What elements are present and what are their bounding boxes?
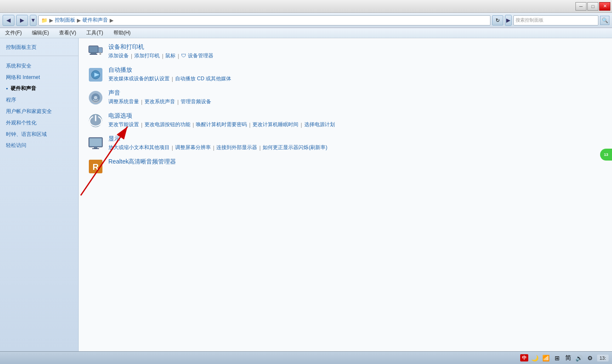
taskbar-cn-badge: 中 bbox=[520, 354, 528, 361]
menu-file[interactable]: 文件(F) bbox=[2, 28, 25, 37]
realtek-icon: R bbox=[87, 158, 104, 175]
dropdown-button[interactable]: ▼ bbox=[30, 15, 37, 26]
link-flicker[interactable]: 如何更正显示器闪烁(刷新率) bbox=[263, 144, 327, 151]
taskbar-network-icon[interactable]: 📶 bbox=[542, 354, 550, 362]
svg-rect-17 bbox=[92, 148, 99, 149]
devices-links: 添加设备 | 添加打印机 | 鼠标 | 🛡 设备管理器 bbox=[108, 52, 604, 59]
nav-extra-button[interactable]: ▶ bbox=[505, 15, 512, 26]
minimize-button[interactable]: ─ bbox=[575, 2, 586, 11]
svg-rect-0 bbox=[89, 46, 98, 53]
sidebar-item-users[interactable]: 用户帐户和家庭安全 bbox=[0, 106, 78, 117]
right-edge-indicator: 13 bbox=[600, 149, 612, 161]
category-sound: 声音 调整系统音量 | 更改系统声音 | 管理音频设备 bbox=[87, 89, 604, 106]
folder-icon: 📁 bbox=[41, 17, 48, 23]
sidebar-item-network[interactable]: 网络和 Internet bbox=[0, 72, 78, 83]
menu-help[interactable]: 帮助(H) bbox=[110, 28, 134, 37]
back-button[interactable]: ◀ bbox=[3, 15, 14, 26]
link-change-media-default[interactable]: 更改媒体或设备的默认设置 bbox=[108, 75, 170, 82]
taskbar-lang-icon[interactable]: 简 bbox=[564, 354, 572, 362]
devices-info: 设备和打印机 添加设备 | 添加打印机 | 鼠标 | 🛡 设备管理器 bbox=[108, 43, 604, 59]
breadcrumb-controlpanel[interactable]: 控制面板 bbox=[55, 17, 75, 24]
taskbar: 中 🌙 📶 ⊞ 简 🔊 ⚙ 13: bbox=[0, 351, 612, 364]
display-icon bbox=[87, 135, 104, 152]
svg-rect-3 bbox=[98, 48, 102, 53]
autoplay-title[interactable]: 自动播放 bbox=[108, 66, 604, 74]
link-external-display[interactable]: 连接到外部显示器 bbox=[216, 144, 257, 151]
breadcrumb-bar: 📁 ▶ 控制面板 ▶ 硬件和声音 ▶ bbox=[38, 15, 490, 25]
link-power-btn-fn[interactable]: 更改电源按钮的功能 bbox=[144, 121, 190, 128]
realtek-info: Realtek高清晰音频管理器 bbox=[108, 158, 604, 167]
search-button[interactable]: 🔍 bbox=[600, 16, 609, 25]
link-wakeup-password[interactable]: 唤醒计算机时需要密码 bbox=[196, 121, 247, 128]
menu-tools[interactable]: 工具(T) bbox=[83, 28, 106, 37]
taskbar-settings-icon[interactable]: ⚙ bbox=[586, 354, 595, 362]
breadcrumb-sep-1: ▶ bbox=[49, 17, 53, 23]
sidebar-item-accessibility[interactable]: 轻松访问 bbox=[0, 140, 78, 151]
category-autoplay: 自动播放 更改媒体或设备的默认设置 | 自动播放 CD 或其他媒体 bbox=[87, 66, 604, 83]
breadcrumb-hardware[interactable]: 硬件和声音 bbox=[82, 17, 108, 24]
autoplay-info: 自动播放 更改媒体或设备的默认设置 | 自动播放 CD 或其他媒体 bbox=[108, 66, 604, 82]
link-power-plan[interactable]: 选择电源计划 bbox=[304, 121, 335, 128]
category-realtek: R Realtek高清晰音频管理器 bbox=[87, 158, 604, 175]
link-add-printer[interactable]: 添加打印机 bbox=[134, 52, 160, 59]
link-manage-audio[interactable]: 管理音频设备 bbox=[181, 98, 211, 105]
link-text-size[interactable]: 放大或缩小文本和其他项目 bbox=[108, 144, 170, 151]
sound-icon bbox=[87, 89, 104, 106]
realtek-title[interactable]: Realtek高清晰音频管理器 bbox=[108, 158, 604, 166]
sidebar: 控制面板主页 系统和安全 网络和 Internet 硬件和声音 程序 用户帐户和… bbox=[0, 38, 79, 351]
taskbar-moon-icon[interactable]: 🌙 bbox=[531, 354, 539, 362]
devices-title[interactable]: 设备和打印机 bbox=[108, 43, 604, 51]
svg-rect-16 bbox=[94, 147, 97, 148]
devices-icon bbox=[87, 43, 104, 60]
taskbar-grid-icon[interactable]: ⊞ bbox=[553, 354, 561, 362]
autoplay-icon bbox=[87, 66, 104, 83]
svg-text:R: R bbox=[93, 162, 99, 172]
sidebar-item-home[interactable]: 控制面板主页 bbox=[0, 42, 78, 53]
taskbar-time: 13: bbox=[597, 355, 609, 361]
link-change-sound[interactable]: 更改系统声音 bbox=[144, 98, 175, 105]
display-title[interactable]: 显示 bbox=[108, 135, 604, 143]
link-autoplay-cd[interactable]: 自动播放 CD 或其他媒体 bbox=[175, 75, 231, 82]
taskbar-volume-icon[interactable]: 🔊 bbox=[575, 354, 584, 362]
link-sleep-time[interactable]: 更改计算机睡眠时间 bbox=[252, 121, 298, 128]
main-area: 控制面板主页 系统和安全 网络和 Internet 硬件和声音 程序 用户帐户和… bbox=[0, 38, 612, 351]
address-bar: ◀ ▶ ▼ 📁 ▶ 控制面板 ▶ 硬件和声音 ▶ ↻ ▶ 搜索控制面板 🔍 bbox=[0, 13, 612, 28]
breadcrumb-sep-2: ▶ bbox=[77, 17, 81, 23]
title-bar: ─ □ ✕ bbox=[0, 0, 612, 13]
autoplay-links: 更改媒体或设备的默认设置 | 自动播放 CD 或其他媒体 bbox=[108, 75, 604, 82]
refresh-button[interactable]: ↻ bbox=[492, 15, 503, 25]
power-title[interactable]: 电源选项 bbox=[108, 112, 604, 120]
svg-point-12 bbox=[94, 96, 97, 99]
category-devices: 设备和打印机 添加设备 | 添加打印机 | 鼠标 | 🛡 设备管理器 bbox=[87, 43, 604, 60]
link-resolution[interactable]: 调整屏幕分辨率 bbox=[175, 144, 211, 151]
sound-links: 调整系统音量 | 更改系统声音 | 管理音频设备 bbox=[108, 98, 604, 105]
display-links: 放大或缩小文本和其他项目 | 调整屏幕分辨率 | 连接到外部显示器 | 如何更正… bbox=[108, 144, 604, 151]
forward-button[interactable]: ▶ bbox=[16, 15, 28, 26]
link-adjust-volume[interactable]: 调整系统音量 bbox=[108, 98, 139, 105]
content-area: 设备和打印机 添加设备 | 添加打印机 | 鼠标 | 🛡 设备管理器 bbox=[79, 38, 612, 351]
power-links: 更改节能设置 | 更改电源按钮的功能 | 唤醒计算机时需要密码 | 更改计算机睡… bbox=[108, 121, 604, 128]
sound-title[interactable]: 声音 bbox=[108, 89, 604, 97]
menu-view[interactable]: 查看(V) bbox=[56, 28, 79, 37]
svg-rect-2 bbox=[90, 54, 97, 55]
sidebar-item-hardware[interactable]: 硬件和声音 bbox=[0, 83, 78, 94]
link-mouse[interactable]: 鼠标 bbox=[165, 52, 176, 59]
link-add-device[interactable]: 添加设备 bbox=[108, 52, 129, 59]
svg-point-4 bbox=[99, 52, 101, 54]
link-device-manager[interactable]: 🛡 设备管理器 bbox=[181, 52, 213, 59]
sidebar-item-security[interactable]: 系统和安全 bbox=[0, 60, 78, 72]
breadcrumb-sep-3: ▶ bbox=[110, 17, 113, 23]
search-bar[interactable]: 搜索控制面板 bbox=[513, 15, 598, 25]
sidebar-item-clock[interactable]: 时钟、语言和区域 bbox=[0, 129, 78, 140]
menu-edit[interactable]: 编辑(E) bbox=[28, 28, 52, 37]
close-button[interactable]: ✕ bbox=[599, 2, 610, 11]
sidebar-item-appearance[interactable]: 外观和个性化 bbox=[0, 117, 78, 129]
category-power: 电源选项 更改节能设置 | 更改电源按钮的功能 | 唤醒计算机时需要密码 | 更… bbox=[87, 112, 604, 129]
svg-rect-15 bbox=[90, 138, 102, 146]
maximize-button[interactable]: □ bbox=[587, 2, 598, 11]
sidebar-item-programs[interactable]: 程序 bbox=[0, 94, 78, 106]
link-energy-settings[interactable]: 更改节能设置 bbox=[108, 121, 139, 128]
svg-rect-1 bbox=[91, 53, 96, 54]
sound-info: 声音 调整系统音量 | 更改系统声音 | 管理音频设备 bbox=[108, 89, 604, 105]
title-bar-buttons: ─ □ ✕ bbox=[575, 2, 610, 11]
